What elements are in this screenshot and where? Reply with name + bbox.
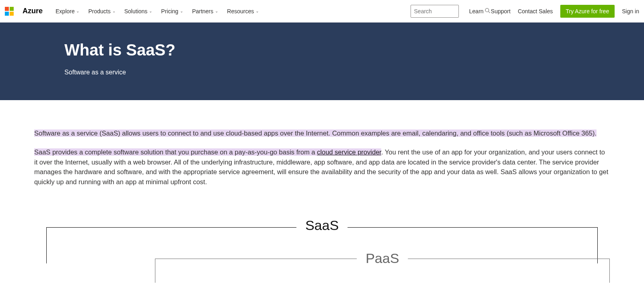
nav-partners-label: Partners bbox=[192, 8, 213, 14]
saas-paas-diagram: SaaS PaaS bbox=[34, 211, 610, 275]
page-subtitle: Software as a service bbox=[64, 69, 580, 76]
intro-paragraph: Software as a service (SaaS) allows user… bbox=[34, 128, 610, 138]
article-body: Software as a service (SaaS) allows user… bbox=[34, 100, 610, 292]
nav-solutions-label: Solutions bbox=[124, 8, 148, 14]
nav-products-label: Products bbox=[88, 8, 110, 14]
nav-explore-label: Explore bbox=[56, 8, 74, 14]
chevron-down-icon: ⌄ bbox=[256, 9, 259, 13]
nav-pricing-label: Pricing bbox=[161, 8, 178, 14]
nav-solutions[interactable]: Solutions ⌄ bbox=[124, 8, 153, 14]
page-title: What is SaaS? bbox=[64, 41, 580, 59]
cta-try-azure-button[interactable]: Try Azure for free bbox=[560, 5, 615, 18]
global-nav: Azure Explore ⌄ Products ⌄ Solutions ⌄ P… bbox=[0, 0, 644, 23]
details-highlight: SaaS provides a complete software soluti… bbox=[34, 148, 317, 156]
chevron-down-icon: ⌄ bbox=[215, 9, 218, 13]
details-paragraph: SaaS provides a complete software soluti… bbox=[34, 147, 610, 187]
nav-signin[interactable]: Sign in bbox=[622, 8, 639, 14]
nav-support[interactable]: Support bbox=[491, 8, 510, 14]
nav-partners[interactable]: Partners ⌄ bbox=[192, 8, 218, 14]
search-box[interactable] bbox=[411, 5, 459, 18]
cloud-service-provider-link[interactable]: cloud service provider bbox=[317, 148, 382, 156]
diagram-label-paas: PaaS bbox=[357, 251, 408, 266]
nav-products[interactable]: Products ⌄ bbox=[88, 8, 115, 14]
hero: What is SaaS? Software as a service bbox=[0, 23, 644, 100]
chevron-down-icon: ⌄ bbox=[112, 9, 116, 13]
nav-explore[interactable]: Explore ⌄ bbox=[56, 8, 79, 14]
nav-learn[interactable]: Learn bbox=[469, 8, 484, 14]
brand-azure[interactable]: Azure bbox=[23, 7, 43, 15]
primary-nav: Explore ⌄ Products ⌄ Solutions ⌄ Pricing… bbox=[56, 8, 259, 14]
nav-contact[interactable]: Contact Sales bbox=[518, 8, 553, 14]
secondary-nav: Learn Support Contact Sales Try Azure fo… bbox=[469, 5, 639, 18]
diagram-label-saas: SaaS bbox=[296, 218, 347, 233]
microsoft-logo-icon[interactable] bbox=[5, 7, 14, 16]
chevron-down-icon: ⌄ bbox=[76, 9, 79, 13]
chevron-down-icon: ⌄ bbox=[180, 9, 183, 13]
nav-resources-label: Resources bbox=[227, 8, 254, 14]
chevron-down-icon: ⌄ bbox=[149, 9, 152, 13]
nav-pricing[interactable]: Pricing ⌄ bbox=[161, 8, 183, 14]
nav-resources[interactable]: Resources ⌄ bbox=[227, 8, 259, 14]
intro-highlight: Software as a service (SaaS) allows user… bbox=[34, 129, 597, 137]
